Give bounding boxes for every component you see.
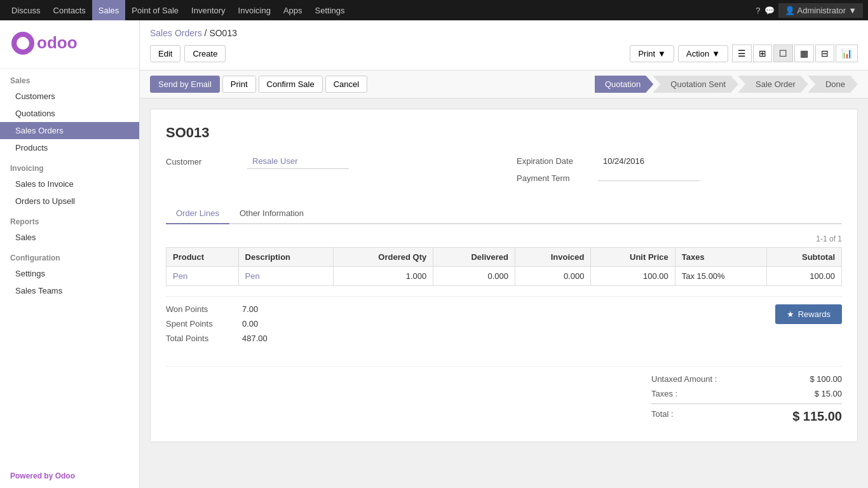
col-subtotal: Subtotal: [766, 248, 841, 267]
untaxed-amount-value: $ 100.00: [810, 374, 842, 384]
sidebar-item-settings[interactable]: Settings: [0, 265, 139, 282]
table-row[interactable]: Pen Pen 1.000 0.000 0.000 100.00 Tax 15.…: [166, 267, 842, 286]
total-row: Total : $ 115.00: [651, 403, 842, 426]
expiration-date-field-row: Expiration Date 10/24/2016: [517, 154, 842, 168]
cell-ordered-qty: 1.000: [334, 267, 433, 286]
sidebar-item-quotations[interactable]: Quotations: [0, 105, 139, 122]
col-unit-price: Unit Price: [591, 248, 675, 267]
status-done[interactable]: Done: [808, 76, 858, 93]
right-fields: Expiration Date 10/24/2016 Payment Term: [517, 154, 842, 188]
untaxed-amount-label: Untaxed Amount :: [651, 374, 717, 384]
kanban-view-button[interactable]: ⊞: [753, 44, 772, 62]
rewards-button[interactable]: ★ Rewards: [775, 304, 842, 324]
nav-discuss[interactable]: Discuss: [5, 0, 47, 20]
tab-order-lines[interactable]: Order Lines: [166, 203, 229, 224]
sidebar-item-orders-to-upsell[interactable]: Orders to Upsell: [0, 193, 139, 210]
sidebar-item-sales-to-invoice[interactable]: Sales to Invoice: [0, 175, 139, 193]
points-section: Won Points 7.00 Spent Points 0.00 Total …: [166, 296, 842, 356]
edit-button[interactable]: Edit: [150, 45, 180, 62]
sidebar-section-reports: Reports: [0, 210, 139, 229]
calendar-view-button[interactable]: ▦: [794, 44, 814, 62]
status-bar: Quotation Quotation Sent Sale Order Done: [595, 76, 858, 93]
nav-settings[interactable]: Settings: [309, 0, 351, 20]
sidebar-section-invoicing: Invoicing: [0, 156, 139, 175]
breadcrumb: Sales Orders / SO013: [150, 28, 858, 38]
nav-point-of-sale[interactable]: Point of Sale: [125, 0, 185, 20]
sidebar-item-customers[interactable]: Customers: [0, 88, 139, 105]
confirm-sale-button[interactable]: Confirm Sale: [259, 76, 323, 93]
sidebar: odoo Sales Customers Quotations Sales Or…: [0, 20, 140, 488]
admin-menu[interactable]: 👤 Administrator ▼: [778, 3, 863, 18]
action-bar: Send by Email Print Confirm Sale Cancel …: [140, 71, 868, 98]
order-lines-table: Product Description Ordered Qty Delivere…: [166, 247, 842, 286]
table-header-row: Product Description Ordered Qty Delivere…: [166, 248, 842, 267]
col-ordered-qty: Ordered Qty: [334, 248, 433, 267]
nav-inventory[interactable]: Inventory: [185, 0, 231, 20]
payment-term-label: Payment Term: [517, 173, 593, 183]
spent-points-value: 0.00: [242, 319, 258, 329]
cell-description[interactable]: Pen: [238, 267, 334, 286]
form-view-button[interactable]: ☐: [773, 44, 793, 62]
admin-avatar: 👤: [785, 6, 795, 15]
form-fields: Customer Resale User Expiration Date 10/…: [166, 154, 842, 188]
svg-point-1: [17, 37, 29, 50]
send-by-email-button[interactable]: Send by Email: [150, 76, 220, 93]
totals-table: Untaxed Amount : $ 100.00 Taxes : $ 15.0…: [651, 372, 842, 426]
payment-term-value[interactable]: [598, 175, 700, 181]
print-action-button[interactable]: Print: [222, 76, 256, 93]
print-button[interactable]: Print ▼: [630, 45, 674, 62]
cell-taxes: Tax 15.00%: [675, 267, 766, 286]
sidebar-footer: Powered by Odoo: [0, 464, 139, 488]
total-points-label: Total Points: [166, 334, 242, 343]
sidebar-item-reports-sales[interactable]: Sales: [0, 229, 139, 246]
help-icon[interactable]: ?: [756, 6, 760, 15]
sidebar-logo[interactable]: odoo: [0, 20, 139, 69]
customer-value[interactable]: Resale User: [247, 154, 349, 169]
form-tabs: Order Lines Other Information: [166, 203, 842, 224]
form-title: SO013: [166, 125, 842, 141]
cell-invoiced: 0.000: [515, 267, 591, 286]
sidebar-item-sales-orders[interactable]: Sales Orders: [0, 122, 139, 139]
toolbar: Edit Create Print ▼ Action ▼ ☰ ⊞ ☐ ▦ ⊟: [150, 44, 858, 62]
graph-view-button[interactable]: 📊: [836, 44, 858, 62]
expiration-date-value[interactable]: 10/24/2016: [598, 154, 649, 168]
content-header: Sales Orders / SO013 Edit Create Print ▼…: [140, 20, 868, 71]
nav-apps[interactable]: Apps: [277, 0, 309, 20]
taxes-value: $ 15.00: [815, 389, 842, 398]
nav-contacts[interactable]: Contacts: [47, 0, 92, 20]
list-view-button[interactable]: ☰: [732, 44, 752, 62]
chat-icon[interactable]: 💬: [764, 6, 775, 15]
taxes-label: Taxes :: [651, 389, 677, 398]
form-container: SO013 Customer Resale User Expiration Da…: [140, 98, 868, 452]
taxes-row: Taxes : $ 15.00: [651, 386, 842, 401]
col-delivered: Delivered: [433, 248, 515, 267]
spent-points-label: Spent Points: [166, 319, 242, 329]
admin-chevron-icon: ▼: [848, 6, 857, 15]
won-points-row: Won Points 7.00: [166, 304, 750, 314]
sidebar-item-sales-teams[interactable]: Sales Teams: [0, 282, 139, 299]
breadcrumb-parent[interactable]: Sales Orders: [150, 28, 202, 38]
sidebar-item-products[interactable]: Products: [0, 139, 139, 156]
untaxed-amount-row: Untaxed Amount : $ 100.00: [651, 372, 842, 386]
cancel-button[interactable]: Cancel: [325, 76, 367, 93]
table-count: 1-1 of 1: [166, 234, 842, 243]
create-button[interactable]: Create: [184, 45, 226, 62]
expiration-date-label: Expiration Date: [517, 156, 593, 166]
nav-sales[interactable]: Sales: [92, 0, 126, 20]
top-navigation: Discuss Contacts Sales Point of Sale Inv…: [0, 0, 868, 20]
form-card: SO013 Customer Resale User Expiration Da…: [150, 109, 858, 442]
status-sale-order[interactable]: Sale Order: [738, 76, 808, 93]
nav-invoicing[interactable]: Invoicing: [232, 0, 277, 20]
col-invoiced: Invoiced: [515, 248, 591, 267]
points-fields: Won Points 7.00 Spent Points 0.00 Total …: [166, 304, 750, 348]
col-taxes: Taxes: [675, 248, 766, 267]
status-quotation-sent[interactable]: Quotation Sent: [653, 76, 738, 93]
totals-section: Untaxed Amount : $ 100.00 Taxes : $ 15.0…: [166, 366, 842, 426]
cell-product[interactable]: Pen: [166, 267, 239, 286]
status-quotation[interactable]: Quotation: [595, 76, 653, 93]
sidebar-section-configuration: Configuration: [0, 246, 139, 265]
pivot-view-button[interactable]: ⊟: [815, 44, 834, 62]
tab-other-information[interactable]: Other Information: [229, 203, 314, 224]
action-button[interactable]: Action ▼: [678, 45, 728, 62]
total-points-value: 487.00: [242, 334, 268, 343]
